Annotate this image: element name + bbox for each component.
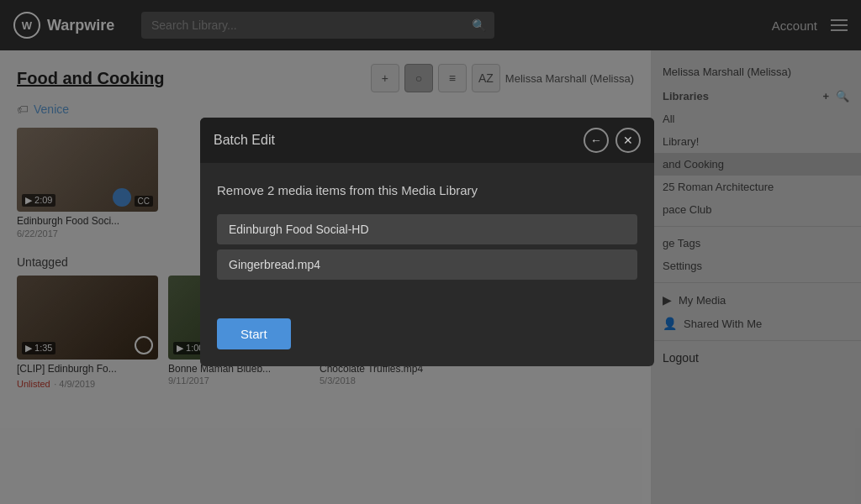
modal-file-item: Edinburgh Food Social-HD <box>217 214 637 244</box>
modal-header-icons: ← ✕ <box>584 128 641 153</box>
modal-header: Batch Edit ← ✕ <box>200 118 654 163</box>
modal-close-button[interactable]: ✕ <box>615 128 641 153</box>
modal-file-item: Gingerbread.mp4 <box>217 249 637 280</box>
modal-footer: Start <box>200 305 654 366</box>
modal-message: Remove 2 media items from this Media Lib… <box>217 183 637 197</box>
modal-back-button[interactable]: ← <box>584 128 609 153</box>
modal-body: Remove 2 media items from this Media Lib… <box>200 163 654 305</box>
modal-title: Batch Edit <box>214 133 275 148</box>
batch-edit-modal: Batch Edit ← ✕ Remove 2 media items from… <box>200 118 654 366</box>
start-button[interactable]: Start <box>217 318 291 349</box>
